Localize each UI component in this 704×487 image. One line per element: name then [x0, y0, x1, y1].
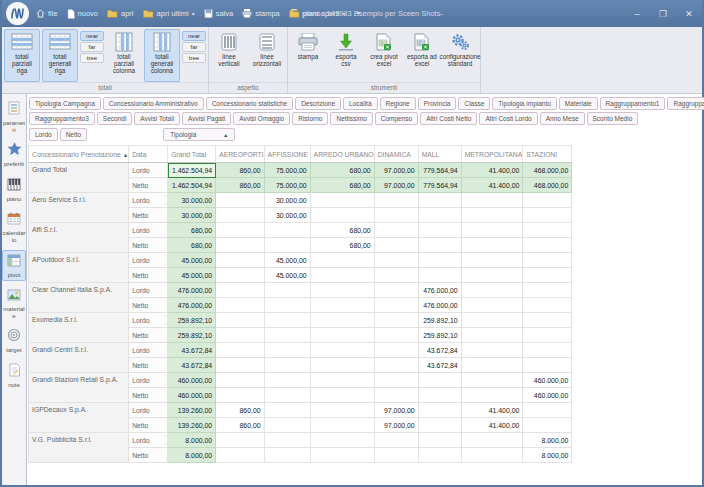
value-cell[interactable] [310, 253, 374, 268]
stack-option-far[interactable]: far [182, 42, 206, 52]
value-cell[interactable] [523, 283, 572, 298]
value-cell[interactable] [310, 418, 374, 433]
value-cell[interactable]: 860,00 [216, 163, 264, 178]
value-cell[interactable] [418, 418, 461, 433]
sidebar-item-note[interactable]: note [2, 360, 26, 392]
value-cell[interactable] [310, 403, 374, 418]
filter-chip-compenso[interactable]: Compenso [375, 112, 418, 125]
value-cell[interactable] [461, 373, 523, 388]
measure-cell-netto[interactable]: Netto [129, 208, 168, 223]
value-cell[interactable]: 30.000,00 [264, 208, 310, 223]
value-cell[interactable] [216, 328, 264, 343]
value-cell[interactable] [264, 373, 310, 388]
measure-cell-lordo[interactable]: Lordo [129, 193, 168, 208]
value-cell[interactable]: 8.000,00 [523, 448, 572, 463]
value-cell[interactable]: 97.000,00 [374, 178, 418, 193]
value-cell[interactable] [523, 208, 572, 223]
value-cell[interactable]: 8.000,00 [523, 433, 572, 448]
measure-cell-netto[interactable]: Netto [129, 298, 168, 313]
value-cell[interactable] [374, 238, 418, 253]
ribbon-button-configurazione-standard[interactable]: configurazione standard [442, 29, 478, 82]
measure-chip-netto[interactable]: Netto [60, 128, 88, 141]
value-cell[interactable]: 476.000,00 [168, 298, 216, 313]
value-cell[interactable]: 41.400,00 [461, 163, 523, 178]
value-cell[interactable]: 259.892,10 [168, 328, 216, 343]
value-cell[interactable] [418, 433, 461, 448]
value-cell[interactable] [264, 403, 310, 418]
value-cell[interactable] [216, 223, 264, 238]
measure-cell-netto[interactable]: Netto [129, 328, 168, 343]
stack-option-near[interactable]: near [182, 31, 206, 41]
row-label-apoutdoor-s-r-l[interactable]: APoutdoor S.r.l. [29, 253, 129, 283]
measure-cell-lordo[interactable]: Lordo [129, 403, 168, 418]
value-cell[interactable] [310, 373, 374, 388]
value-cell[interactable] [216, 388, 264, 403]
measure-cell-lordo[interactable]: Lordo [129, 313, 168, 328]
menu-item-apri[interactable]: apri [107, 9, 134, 18]
value-cell[interactable] [310, 448, 374, 463]
value-cell[interactable] [418, 193, 461, 208]
value-cell[interactable]: 41.400,00 [461, 403, 523, 418]
value-cell[interactable] [461, 268, 523, 283]
value-cell[interactable] [374, 208, 418, 223]
value-cell[interactable] [216, 448, 264, 463]
row-label-clear-channel-italia-s-p-a[interactable]: Clear Channel Italia S.p.A. [29, 283, 129, 313]
value-cell[interactable] [523, 418, 572, 433]
measure-cell-netto[interactable]: Netto [129, 268, 168, 283]
value-cell[interactable] [523, 298, 572, 313]
filter-chip-localit[interactable]: Località [343, 97, 377, 110]
value-cell[interactable]: 45.000,00 [264, 268, 310, 283]
measure-cell-netto[interactable]: Netto [129, 358, 168, 373]
value-cell[interactable] [310, 283, 374, 298]
value-cell[interactable] [216, 373, 264, 388]
filter-chip-descrizione[interactable]: Descrizione [295, 97, 341, 110]
value-cell[interactable]: 860,00 [216, 418, 264, 433]
column-header-row-field[interactable]: Concessionario Prenotazione ▲ [29, 146, 129, 163]
column-header-affissione[interactable]: AFFISSIONE [264, 146, 310, 163]
measure-cell-netto[interactable]: Netto [129, 388, 168, 403]
ribbon-button-totali-generali-riga[interactable]: totali generali riga [42, 29, 78, 82]
value-cell[interactable] [264, 388, 310, 403]
row-label-v-g-pubblicit-s-r-l[interactable]: V.G. Pubblicità S.r.l. [29, 433, 129, 463]
value-cell[interactable] [461, 358, 523, 373]
value-cell[interactable]: 476.000,00 [418, 298, 461, 313]
value-cell[interactable] [374, 358, 418, 373]
filter-chip-avvisi-pagati[interactable]: Avvisi Pagati [182, 112, 231, 125]
value-cell[interactable] [418, 403, 461, 418]
filter-chip-anno-mese[interactable]: Anno Mese [540, 112, 585, 125]
value-cell[interactable]: 460.000,00 [168, 388, 216, 403]
value-cell[interactable] [523, 328, 572, 343]
row-label-aero-service-s-r-l[interactable]: Aero Service S.r.l. [29, 193, 129, 223]
value-cell[interactable]: 43.672,84 [418, 343, 461, 358]
value-cell[interactable]: 30.000,00 [264, 193, 310, 208]
value-cell[interactable]: 259.892,10 [168, 313, 216, 328]
value-cell[interactable] [418, 238, 461, 253]
value-cell[interactable] [523, 238, 572, 253]
value-cell[interactable] [264, 283, 310, 298]
measure-cell-lordo[interactable]: Lordo [129, 253, 168, 268]
value-cell[interactable]: 460.000,00 [168, 373, 216, 388]
value-cell[interactable] [461, 328, 523, 343]
measure-cell-netto[interactable]: Netto [129, 448, 168, 463]
value-cell[interactable]: 680,00 [310, 163, 374, 178]
value-cell[interactable] [374, 433, 418, 448]
value-cell[interactable] [310, 328, 374, 343]
value-cell[interactable]: 75.000,00 [264, 178, 310, 193]
column-header-metropolitana[interactable]: METROPOLITANA [461, 146, 523, 163]
measure-cell-lordo[interactable]: Lordo [129, 283, 168, 298]
sidebar-item-target[interactable]: target [2, 325, 26, 357]
ribbon-button-totali-generali-colonna[interactable]: totali generali colonna [144, 29, 180, 82]
stack-option-tree[interactable]: tree [182, 53, 206, 63]
value-cell[interactable] [216, 283, 264, 298]
value-cell[interactable]: 30.000,00 [168, 193, 216, 208]
value-cell[interactable] [216, 268, 264, 283]
row-label-igpdecaux-s-p-a[interactable]: IGPDecaux S.p.A. [29, 403, 129, 433]
filter-chip-materiale[interactable]: Materiale [559, 97, 598, 110]
filter-chip-concessionario-statistiche[interactable]: Concessionario statistiche [206, 97, 294, 110]
value-cell[interactable] [461, 313, 523, 328]
measure-cell-lordo[interactable]: Lordo [129, 433, 168, 448]
value-cell[interactable] [374, 388, 418, 403]
sidebar-item-parametri[interactable]: parametri [2, 98, 26, 136]
value-cell[interactable] [216, 208, 264, 223]
value-cell[interactable] [418, 223, 461, 238]
